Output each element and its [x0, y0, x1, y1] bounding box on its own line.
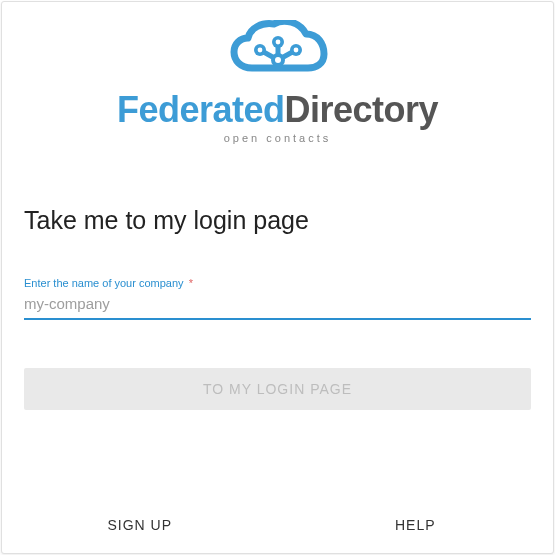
main-content: Take me to my login page Enter the name …: [2, 206, 553, 410]
brand-tagline: open contacts: [2, 132, 553, 144]
required-asterisk: *: [189, 277, 193, 289]
brand-word-directory: Directory: [285, 89, 439, 130]
svg-point-9: [293, 48, 298, 53]
brand-wordmark: FederatedDirectory: [2, 92, 553, 128]
company-input[interactable]: [24, 291, 531, 320]
signup-link[interactable]: SIGN UP: [2, 517, 278, 533]
svg-point-7: [275, 57, 281, 63]
footer-links: SIGN UP HELP: [2, 517, 553, 533]
login-card: FederatedDirectory open contacts Take me…: [1, 1, 554, 554]
company-label-text: Enter the name of your company: [24, 277, 184, 289]
brand-header: FederatedDirectory open contacts: [2, 2, 553, 144]
company-field-label: Enter the name of your company *: [24, 277, 531, 289]
svg-point-10: [275, 40, 280, 45]
cloud-network-icon: [228, 20, 328, 86]
help-link[interactable]: HELP: [278, 517, 554, 533]
page-title: Take me to my login page: [24, 206, 531, 235]
brand-word-federated: Federated: [117, 89, 285, 130]
svg-point-8: [257, 48, 262, 53]
to-login-page-button[interactable]: TO MY LOGIN PAGE: [24, 368, 531, 410]
